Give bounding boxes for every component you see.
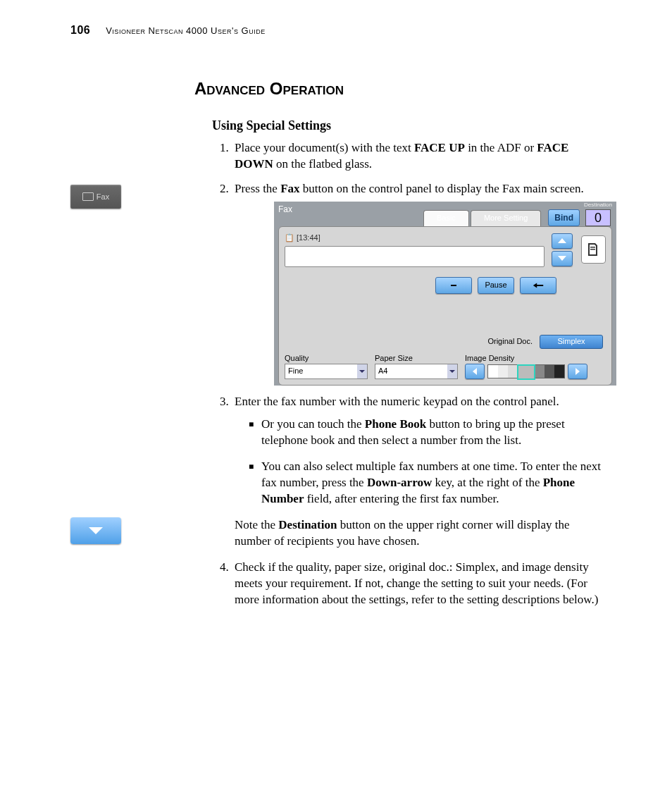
step-3: Enter the fax number with the numeric ke… (232, 394, 602, 550)
step-3-bullet-2: You can also select multiple fax numbers… (249, 459, 602, 507)
step-3-sublist: Or you can touch the Phone Book button t… (235, 417, 602, 507)
page-number: 106 (70, 24, 90, 37)
fax-hardware-button-image: Fax (70, 185, 121, 209)
phone-icon (585, 241, 602, 258)
step-4: Check if the quality, paper size, origin… (232, 560, 602, 608)
paper-size-select[interactable]: A4 (375, 364, 458, 379)
destination-value: 0 (585, 209, 611, 226)
fax-button-label: Fax (97, 192, 109, 201)
step-list: Place your document(s) with the text FAC… (212, 140, 602, 608)
density-left-button[interactable] (465, 364, 485, 379)
step-3-note: Note the Destination button on the upper… (235, 517, 602, 550)
fax-body: 📋 [13:44] (278, 226, 612, 386)
svg-rect-0 (590, 247, 595, 248)
quality-field: Quality Fine (285, 353, 368, 379)
down-arrow-icon (89, 527, 103, 534)
original-doc-row: Original Doc. Simplex (285, 335, 603, 349)
density-bar[interactable] (487, 364, 565, 378)
fax-screen: Fax Basic More Setting Bind Destination … (274, 202, 616, 386)
destination-label: Destination (584, 202, 612, 209)
subsection-title: Using Special Settings (212, 118, 602, 133)
bind-button[interactable]: Bind (548, 209, 580, 226)
phone-number-field[interactable] (285, 246, 545, 267)
density-right-button[interactable] (568, 364, 587, 379)
tab-basic[interactable]: Basic (423, 210, 469, 226)
number-row: 📋 [13:44] (285, 233, 606, 267)
backspace-icon (532, 282, 545, 289)
down-arrow-button[interactable] (552, 251, 573, 266)
time-display: 📋 [13:44] (285, 233, 545, 243)
paper-size-label: Paper Size (375, 353, 458, 364)
image-density-field: Image Density (465, 353, 606, 379)
page-header: 106 Visioneer Netscan 4000 User's Guide (70, 24, 602, 37)
backspace-button[interactable] (520, 277, 556, 294)
dropdown-icon (357, 364, 367, 378)
section-title: Advanced Operation (194, 79, 602, 99)
settings-row: Quality Fine Paper Size A4 Image Density (285, 353, 606, 379)
fax-titlebar: Fax Basic More Setting Bind Destination … (274, 202, 616, 226)
up-arrow-button[interactable] (552, 233, 573, 249)
step-2: Press the Fax button on the control pane… (232, 181, 602, 386)
quality-select[interactable]: Fine (285, 364, 368, 379)
fax-icon (82, 192, 94, 201)
dash-button[interactable] (435, 277, 472, 294)
dropdown-icon (447, 364, 457, 378)
step-3-bullet-1: Or you can touch the Phone Book button t… (249, 417, 602, 449)
simplex-button[interactable]: Simplex (540, 335, 603, 349)
fax-title: Fax (278, 204, 292, 215)
paper-size-field: Paper Size A4 (375, 353, 458, 379)
image-density-label: Image Density (465, 353, 606, 364)
quality-label: Quality (285, 353, 368, 364)
phone-book-button[interactable] (581, 235, 606, 264)
pause-button[interactable]: Pause (478, 277, 514, 294)
keypad-row: Pause (285, 277, 556, 294)
chevron-left-icon (473, 368, 477, 375)
chevron-down-icon (558, 256, 566, 261)
svg-rect-1 (590, 249, 595, 250)
down-arrow-button-image (70, 517, 121, 544)
tab-more-setting[interactable]: More Setting (471, 210, 541, 226)
header-title: Visioneer Netscan 4000 User's Guide (106, 25, 265, 36)
original-doc-label: Original Doc. (487, 336, 533, 347)
chevron-right-icon (575, 368, 580, 375)
step-1: Place your document(s) with the text FAC… (232, 140, 602, 173)
chevron-up-icon (558, 238, 566, 243)
destination-box[interactable]: Destination 0 (584, 202, 612, 226)
